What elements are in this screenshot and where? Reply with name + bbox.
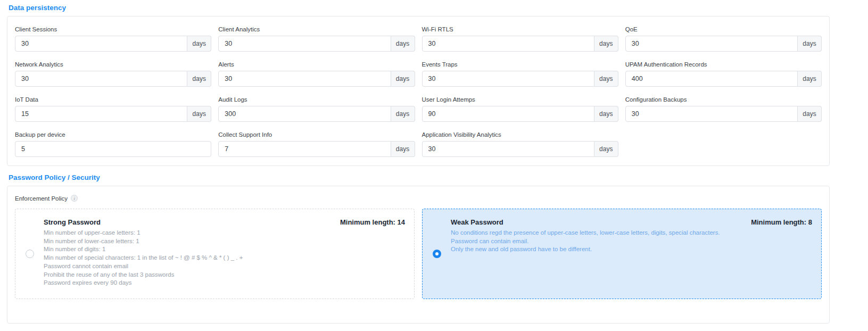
policy-options-row: Strong Password Minimum length: 14 Min n… [15,209,822,299]
field-unit-addon: days [594,106,618,122]
field-unit-addon: days [391,71,415,87]
field-input-group: days [422,36,618,52]
data-persistency-title: Data persistency [9,4,868,12]
field-unit-addon: days [594,71,618,87]
field-input-group [15,141,211,157]
persistency-field: Wi-Fi RTLS days [422,26,618,52]
data-persistency-card: Client Sessions days Client Analytics da… [7,16,830,166]
policy-rule: Min number of upper-case letters: 1 [44,229,405,237]
field-value-input[interactable] [15,141,211,157]
field-unit-addon: days [798,106,822,122]
field-value-input[interactable] [422,36,594,52]
field-value-input[interactable] [625,71,798,87]
field-value-input[interactable] [625,36,798,52]
field-label: QoE [625,26,822,32]
policy-radio-button[interactable] [26,250,34,258]
field-value-input[interactable] [218,36,391,52]
policy-rule: Prohibit the reuse of any of the last 3 … [44,271,405,279]
field-label: User Login Attemps [422,96,618,103]
field-label: UPAM Authentication Records [625,61,822,68]
policy-min-length: Minimum length: 14 [340,218,405,226]
field-label: Network Analytics [15,61,211,68]
field-value-input[interactable] [15,71,187,87]
persistency-field: Collect Support Info days [218,131,415,157]
persistency-field: Audit Logs days [218,96,415,122]
policy-option-title: Weak Password [451,218,503,226]
field-value-input[interactable] [625,106,798,122]
policy-rule: Only the new and old password have to be… [451,245,812,254]
persistency-field: Network Analytics days [15,61,211,87]
persistency-field: QoE days [625,26,822,52]
enforcement-policy-label: Enforcement Policy [15,195,68,202]
field-value-input[interactable] [218,141,391,157]
persistency-field: IoT Data days [15,96,211,122]
field-input-group: days [422,106,618,122]
field-unit-addon: days [187,36,211,52]
field-label: Collect Support Info [218,131,415,138]
field-input-group: days [218,106,415,122]
field-unit-addon: days [798,71,822,87]
policy-rules-list: Min number of upper-case letters: 1Min n… [44,229,405,287]
field-unit-addon: days [187,106,211,122]
field-unit-addon: days [594,36,618,52]
field-value-input[interactable] [218,71,391,87]
field-label: Events Traps [422,61,618,68]
field-input-group: days [422,71,618,87]
field-label: IoT Data [15,96,211,103]
field-value-input[interactable] [422,71,594,87]
policy-min-length: Minimum length: 8 [751,218,812,226]
field-label: Client Analytics [218,26,415,32]
field-input-group: days [15,71,211,87]
field-input-group: days [218,36,415,52]
field-value-input[interactable] [15,36,187,52]
info-icon[interactable]: i [71,195,78,202]
policy-option-body: Weak Password Minimum length: 8 No condi… [451,209,821,299]
policy-rule: Password can contain email. [451,237,812,246]
policy-option-card[interactable]: Weak Password Minimum length: 8 No condi… [422,209,822,299]
settings-page: Data persistency Client Sessions days Cl… [0,0,868,324]
policy-option-title: Strong Password [44,218,101,226]
persistency-field: Configuration Backups days [625,96,822,122]
field-label: Application Visibility Analytics [422,131,618,138]
field-label: Backup per device [15,131,211,138]
field-input-group: days [625,36,822,52]
field-input-group: days [422,141,618,157]
persistency-field: Alerts days [218,61,415,87]
field-input-group: days [625,71,822,87]
persistency-field: Client Analytics days [218,26,415,52]
field-unit-addon: days [187,71,211,87]
field-input-group: days [218,141,415,157]
radio-column [15,209,44,299]
field-value-input[interactable] [422,141,594,157]
persistency-field: User Login Attemps days [422,96,618,122]
persistency-field: UPAM Authentication Records days [625,61,822,87]
field-label: Configuration Backups [625,96,822,103]
policy-option-card[interactable]: Strong Password Minimum length: 14 Min n… [15,209,415,299]
persistency-field: Application Visibility Analytics days [422,131,618,157]
field-unit-addon: days [391,141,415,157]
policy-option-body: Strong Password Minimum length: 14 Min n… [44,209,414,299]
password-policy-title: Password Policy / Security [9,173,868,181]
field-value-input[interactable] [218,106,391,122]
policy-rules-list: No conditions regd the presence of upper… [451,229,812,254]
enforcement-policy-row: Enforcement Policy i [15,195,822,202]
field-label: Client Sessions [15,26,211,32]
field-label: Alerts [218,61,415,68]
policy-option-head: Weak Password Minimum length: 8 [451,218,812,226]
field-input-group: days [15,106,211,122]
field-value-input[interactable] [422,106,594,122]
field-label: Wi-Fi RTLS [422,26,618,32]
persistency-field: Client Sessions days [15,26,211,52]
field-value-input[interactable] [15,106,187,122]
field-input-group: days [15,36,211,52]
field-input-group: days [218,71,415,87]
password-policy-card: Enforcement Policy i Strong Password Min… [7,186,830,324]
policy-rule: No conditions regd the presence of upper… [451,229,812,237]
field-input-group: days [625,106,822,122]
fields-grid: Client Sessions days Client Analytics da… [15,26,822,157]
field-unit-addon: days [391,36,415,52]
policy-rule: Password expires every 90 days [44,279,405,287]
policy-rule: Min number of special characters: 1 in t… [44,254,405,262]
policy-radio-button[interactable] [433,250,441,258]
policy-option-head: Strong Password Minimum length: 14 [44,218,405,226]
